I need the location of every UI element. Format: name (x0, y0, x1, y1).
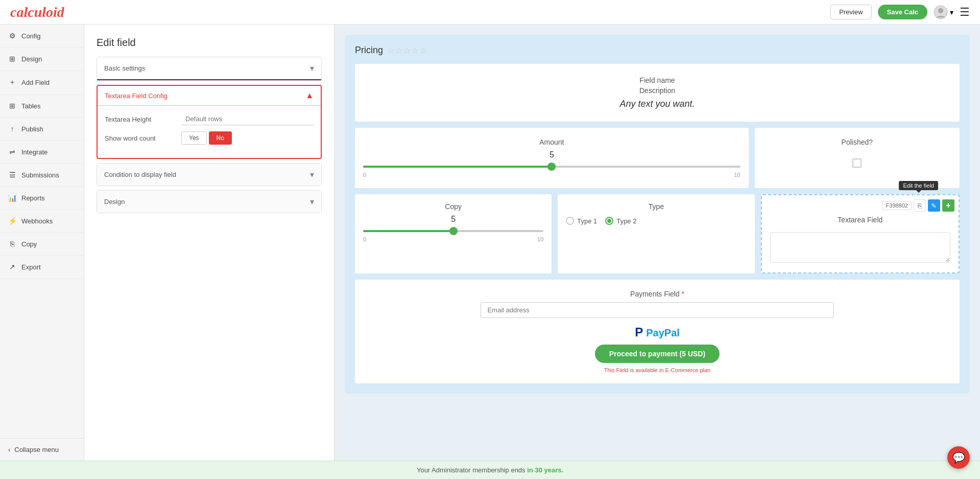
star-4: ☆ (412, 45, 419, 55)
textarea-config-title: Textarea Field Config (105, 92, 168, 100)
star-rating[interactable]: ☆ ☆ ☆ ☆ ☆ (387, 45, 427, 55)
star-3: ☆ (403, 45, 411, 55)
copy-icon: ⎘ (8, 240, 16, 248)
sidebar-item-publish[interactable]: ↑ Publish (0, 118, 84, 141)
height-label: Textarea Height (105, 116, 181, 123)
sidebar-item-webhooks[interactable]: ⚡ Webhooks (0, 210, 84, 233)
copy-slider-fill (363, 230, 453, 232)
edit-field-tooltip: Edit the field (899, 181, 938, 190)
basic-settings-label: Basic settings (104, 64, 145, 72)
user-menu[interactable]: ▾ (934, 5, 953, 19)
hamburger-menu[interactable]: ☰ (960, 6, 970, 19)
add-field-icon: ＋ (8, 78, 16, 87)
proceed-button[interactable]: Proceed to payment (5 USD) (595, 345, 720, 363)
pricing-header: Pricing ☆ ☆ ☆ ☆ ☆ (355, 45, 960, 56)
sidebar-item-label: Export (21, 263, 41, 271)
field-name-label: Field name (363, 76, 951, 84)
sidebar-item-add-field[interactable]: ＋ Add Field (0, 71, 84, 95)
description-label: Description (363, 86, 951, 95)
type2-radio[interactable]: Type 2 (605, 217, 636, 225)
sidebar-item-label: Integrate (21, 148, 47, 156)
copy-max-label: 10 (537, 236, 543, 242)
basic-settings-header[interactable]: Basic settings ▾ (97, 57, 321, 80)
polished-title: Polished? (842, 138, 873, 146)
amount-slider-track (363, 166, 740, 168)
design-accordion: Design ▾ (97, 190, 322, 213)
design-icon: ⊞ (8, 55, 16, 63)
main-layout: ⚙ Config ⊞ Design ＋ Add Field ⊞ Tables ↑… (0, 25, 980, 461)
star-1: ☆ (387, 45, 394, 55)
yes-button[interactable]: Yes (181, 131, 207, 145)
amount-slider-thumb[interactable] (547, 163, 556, 171)
no-button[interactable]: No (209, 131, 232, 145)
user-icon (934, 5, 948, 19)
footer-bar: Your Administrator membership ends in 30… (0, 461, 980, 479)
sidebar-item-export[interactable]: ↗ Export (0, 256, 84, 279)
sidebar-item-label: Publish (21, 125, 43, 133)
sidebar-item-integrate[interactable]: ⇌ Integrate (0, 141, 84, 164)
basic-settings-accordion: Basic settings ▾ (97, 57, 322, 81)
copy-slider-thumb[interactable] (449, 227, 458, 235)
chevron-up-icon[interactable]: ▲ (305, 91, 314, 100)
svg-point-1 (938, 8, 943, 13)
star-2: ☆ (395, 45, 402, 55)
required-star: * (681, 290, 684, 298)
edit-panel: Edit field Basic settings ▾ Textarea Fie… (84, 25, 334, 461)
design-header[interactable]: Design ▾ (97, 191, 321, 213)
type1-label: Type 1 (577, 217, 597, 225)
copy-slider-track (363, 230, 543, 232)
textarea-field-title: Textarea Field (770, 216, 950, 224)
add-field-button[interactable]: + (942, 199, 954, 212)
sidebar-item-label: Copy (21, 240, 37, 248)
condition-header[interactable]: Condition to display field ▾ (97, 164, 321, 186)
amount-slider-fill (363, 166, 552, 168)
save-button[interactable]: Save Calc (878, 5, 927, 19)
payments-card: Payments Field * P PayPal Proceed to pay… (355, 280, 960, 383)
user-dropdown-arrow: ▾ (950, 8, 953, 16)
paypal-text: PayPal (646, 327, 680, 338)
condition-accordion: Condition to display field ▾ (97, 163, 322, 186)
paypal-p-icon: P (635, 325, 643, 339)
pricing-title: Pricing (355, 45, 383, 56)
payments-title: Payments Field * (363, 290, 951, 298)
chat-bubble[interactable]: 💬 (947, 446, 970, 469)
type-title: Type (566, 202, 746, 211)
sidebar-item-reports[interactable]: 📊 Reports (0, 187, 84, 210)
copy-title: Copy (363, 202, 543, 211)
yes-no-group: Yes No (181, 131, 232, 145)
edit-field-button[interactable]: ✎ (928, 199, 940, 212)
sidebar-item-label: Webhooks (21, 217, 53, 225)
sidebar-item-label: Design (21, 55, 42, 63)
sidebar-item-design[interactable]: ⊞ Design (0, 48, 84, 71)
field-id-badge: F398802 (882, 201, 912, 210)
textarea-field-input[interactable] (770, 232, 950, 263)
copy-slider[interactable]: 0 10 (363, 230, 543, 242)
preview-panel: Pricing ☆ ☆ ☆ ☆ ☆ Field name Description… (334, 25, 980, 461)
copy-field-button[interactable]: ⎘ (914, 199, 926, 212)
sidebar-item-tables[interactable]: ⊞ Tables (0, 95, 84, 118)
textarea-config-box: Textarea Field Config ▲ Textarea Height … (97, 85, 322, 159)
collapse-menu-button[interactable]: ‹ Collapse menu (0, 438, 84, 461)
sidebar-item-label: Reports (21, 194, 45, 202)
sidebar-item-copy[interactable]: ⎘ Copy (0, 233, 84, 256)
sidebar-item-submissions[interactable]: ☰ Submissions (0, 164, 84, 187)
copy-min-label: 0 (363, 236, 366, 242)
star-5: ☆ (420, 45, 427, 55)
height-input[interactable] (181, 113, 314, 125)
word-count-config-row: Show word count Yes No (105, 131, 314, 145)
reports-icon: 📊 (8, 194, 16, 202)
copy-card: Copy 5 0 10 (355, 194, 552, 273)
amount-min-label: 0 (363, 172, 366, 178)
preview-inner: Pricing ☆ ☆ ☆ ☆ ☆ Field name Description… (345, 35, 970, 394)
amount-slider[interactable]: 0 10 (363, 166, 740, 178)
header: calculoid Preview Save Calc ▾ ☰ (0, 0, 980, 25)
sidebar-item-config[interactable]: ⚙ Config (0, 25, 84, 48)
preview-button[interactable]: Preview (830, 5, 871, 19)
type2-radio-inner (607, 219, 611, 223)
email-input[interactable] (481, 302, 833, 318)
collapse-label: Collapse menu (14, 446, 59, 453)
type1-radio[interactable]: Type 1 (566, 217, 597, 225)
polished-checkbox[interactable] (852, 158, 862, 168)
textarea-config-header: Textarea Field Config ▲ (98, 86, 321, 106)
amount-title: Amount (363, 138, 740, 146)
